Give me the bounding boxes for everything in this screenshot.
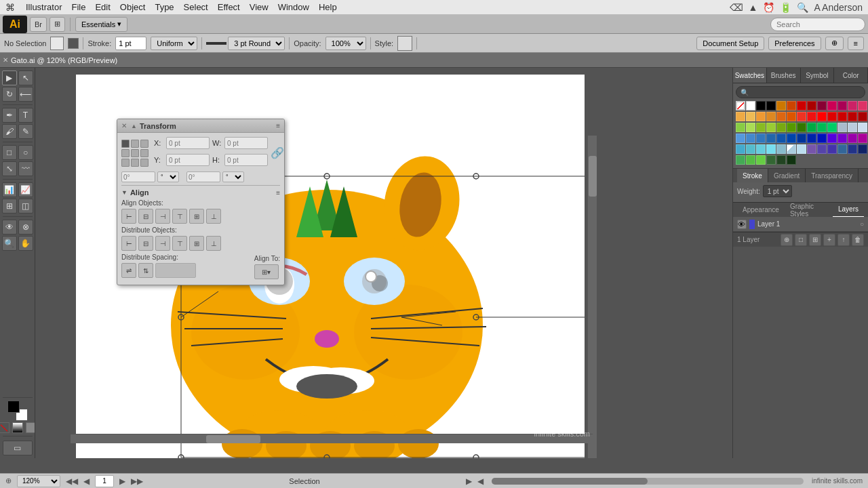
anchor-bc[interactable] [131,159,139,167]
swatch-reg[interactable] [766,101,776,110]
anchor-mc[interactable] [131,149,139,157]
tab-close-icon[interactable]: ✕ [3,56,8,64]
artboard-tool[interactable]: ▭ [3,441,33,455]
swatch-r6[interactable] [787,112,796,121]
hand-tool[interactable]: ✋ [18,236,33,251]
dist-left-btn[interactable]: ⊢ [121,236,136,251]
stroke-color[interactable] [68,38,79,49]
swatch-s9[interactable] [817,144,827,154]
horizontal-scrollbar[interactable] [71,434,593,443]
link-proportions-icon[interactable]: 🔗 [271,146,284,159]
menu-view[interactable]: View [250,2,269,12]
zoom-tool[interactable]: 🔍 [2,236,17,251]
swatch-s4[interactable] [766,144,776,154]
rectangle-tool[interactable]: □ [2,145,17,160]
mesh-tool[interactable]: ⊞ [2,199,17,214]
delete-layer-btn[interactable]: 🗑 [852,234,864,246]
color-tab[interactable]: Color [834,68,868,83]
swatch-t2[interactable] [746,155,755,165]
dist-space-v-btn[interactable]: ⇅ [138,263,153,278]
swatch-s12[interactable] [848,144,857,154]
blend-tool[interactable]: ⊗ [18,220,33,235]
swatch-g6[interactable] [787,123,796,132]
color-none[interactable] [0,422,9,433]
appearance-tab[interactable]: Appearance [737,203,785,218]
swatch-b7[interactable] [797,134,806,143]
swatch-b9[interactable] [817,134,827,143]
swatch-g10[interactable] [827,123,837,132]
dist-right-btn[interactable]: ⊣ [155,236,170,251]
transform-menu-icon[interactable]: ≡ [276,122,280,129]
swatch-s13[interactable] [858,144,867,154]
menu-select[interactable]: Select [184,2,208,12]
swatch-t3[interactable] [756,155,766,165]
pen-tool[interactable]: ✒ [2,108,17,123]
swatch-b2[interactable] [746,134,755,143]
align-menu-icon[interactable]: ≡ [276,189,280,197]
direct-selection-tool[interactable]: ↖ [18,70,33,85]
swatch-r8[interactable] [807,112,816,121]
opacity-select[interactable]: 100% [326,37,366,50]
swatch-white2[interactable] [746,101,755,110]
swatch-s3[interactable] [756,144,766,154]
align-bottom-btn[interactable]: ⊥ [206,209,221,224]
bridge-button[interactable]: Br [30,17,47,32]
swatch-b1[interactable] [736,134,745,143]
swatch-s8[interactable] [807,144,816,154]
swatch-r13[interactable] [858,112,867,121]
arrange-button[interactable]: ⊞ [50,17,65,32]
graphic-styles-tab[interactable]: Graphic Styles [785,203,833,218]
swatch-r5[interactable] [776,112,786,121]
dist-center-h-btn[interactable]: ⊟ [138,236,153,251]
page-number-input[interactable] [95,475,114,487]
menu-effect[interactable]: Effect [218,2,240,12]
w-input[interactable] [224,137,268,149]
swatch-b11[interactable] [837,134,847,143]
play-btn[interactable]: ▶ [466,476,472,486]
menu-edit[interactable]: Edit [95,2,110,12]
menu-help[interactable]: Help [319,2,337,12]
swatch-b5[interactable] [776,134,786,143]
vertical-scrollbar[interactable] [587,136,597,458]
arrange-view-button[interactable]: ≡ [848,37,864,50]
swatch-c1[interactable] [776,101,786,110]
layer-visibility-icon[interactable]: 👁 [737,220,747,229]
swatch-r2[interactable] [746,112,755,121]
ellipse-tool[interactable]: ○ [18,145,33,160]
swatch-s6[interactable] [787,144,796,154]
gradient-tab[interactable]: Gradient [768,169,806,182]
dist-top-btn[interactable]: ⊤ [172,236,187,251]
swatch-r9[interactable] [817,112,827,121]
move-to-layer-btn[interactable]: ↑ [837,234,850,246]
view-options-button[interactable]: ⊕ [825,37,844,50]
transform-expand-icon[interactable]: ▲ [131,123,137,129]
nav-start-btn[interactable]: ◀◀ [66,476,78,486]
rotation-input[interactable] [121,171,155,182]
swatch-g1[interactable] [736,123,745,132]
menu-file[interactable]: File [71,2,85,12]
h-input[interactable] [224,154,268,166]
anchor-mr[interactable] [140,149,149,157]
bar-graph-tool[interactable]: 📈 [18,182,33,197]
skew-input[interactable] [186,171,220,182]
align-left-btn[interactable]: ⊢ [121,209,136,224]
style-box[interactable] [397,36,412,51]
swatch-t4[interactable] [766,155,776,165]
anchor-br[interactable] [140,159,149,167]
stroke-weight-input[interactable] [115,37,146,50]
swatch-g13[interactable] [858,123,867,132]
swatch-g8[interactable] [807,123,816,132]
swatch-r11[interactable] [837,112,847,121]
nav-prev-btn[interactable]: ◀ [83,476,90,486]
swatch-g5[interactable] [776,123,786,132]
anchor-tl[interactable] [121,140,130,148]
reflect-tool[interactable]: ⟵ [18,87,33,102]
align-subheader[interactable]: ▼ Align ≡ [121,188,280,197]
dist-bottom-btn[interactable]: ⊥ [206,236,221,251]
swatch-b13[interactable] [858,134,867,143]
align-center-h-btn[interactable]: ⊟ [138,209,153,224]
menu-window[interactable]: Window [278,2,309,12]
swatch-r4[interactable] [766,112,776,121]
swatch-g3[interactable] [756,123,766,132]
anchor-ml[interactable] [121,149,130,157]
